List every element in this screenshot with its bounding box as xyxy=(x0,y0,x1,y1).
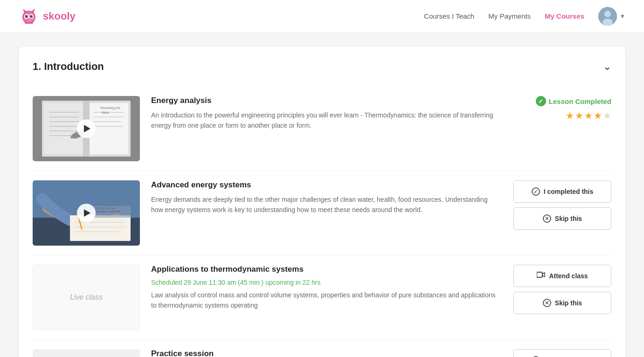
completed-label: Lesson Completed xyxy=(549,97,611,105)
svg-text:Mind: Mind xyxy=(102,111,109,114)
lesson-thumbnail xyxy=(33,349,140,357)
svg-point-12 xyxy=(32,18,35,20)
user-menu[interactable]: ▼ xyxy=(598,7,625,26)
lesson-schedule: Scheduled 29 June 11:30 am (45 min ) upc… xyxy=(151,279,498,286)
header: skooly Courses I Teach My Payments My Co… xyxy=(0,0,644,33)
lesson-title: Energy analysis xyxy=(151,96,498,105)
svg-point-6 xyxy=(25,15,28,18)
skip-btn-label: Skip this xyxy=(555,215,582,222)
check-circle-icon: ✓ xyxy=(532,187,540,196)
lesson-thumbnail: Renewing the Mind xyxy=(33,96,140,161)
lesson-thumbnail: Live class xyxy=(33,265,140,330)
star-3[interactable]: ★ xyxy=(584,110,593,121)
svg-rect-49 xyxy=(537,272,542,277)
main-nav: Courses I Teach My Payments My Courses ▼ xyxy=(424,7,625,26)
svg-point-16 xyxy=(604,11,611,17)
lesson-description: Energy demands are deeply tied to the ot… xyxy=(151,194,498,215)
lesson-thumbnail xyxy=(33,180,140,246)
svg-text:Renewing the: Renewing the xyxy=(100,106,120,110)
svg-point-7 xyxy=(30,15,33,18)
lesson-info: Applications to thermodynamic systems Sc… xyxy=(151,265,498,311)
svg-rect-44 xyxy=(101,207,104,209)
avatar xyxy=(598,7,617,26)
nav-courses-teach[interactable]: Courses I Teach xyxy=(424,12,474,20)
lesson-info: Advanced energy systems Energy demands a… xyxy=(151,180,498,215)
attend-btn-label: Attend class xyxy=(549,272,588,280)
lesson-title: Applications to thermodynamic systems xyxy=(151,265,498,274)
skip-button[interactable]: ✕ Skip this xyxy=(513,207,611,230)
svg-rect-48 xyxy=(109,211,120,213)
completed-button[interactable]: ✓ I completed this xyxy=(513,349,611,357)
star-4[interactable]: ★ xyxy=(594,110,602,121)
nav-my-courses[interactable]: My Courses xyxy=(545,12,584,20)
lesson-item: Renewing the Mind Energy analysis An int… xyxy=(33,87,611,171)
lesson-item: Advanced energy systems Energy demands a… xyxy=(33,171,611,255)
lesson-info: Energy analysis An introduction to the p… xyxy=(151,96,498,131)
lesson-description: An introduction to the powerful engineer… xyxy=(151,110,498,131)
lesson-title: Practice session xyxy=(151,349,498,357)
x-circle-icon: ✕ xyxy=(543,299,551,307)
svg-rect-45 xyxy=(106,207,110,209)
section-card: 1. Introduction ⌄ xyxy=(19,47,625,357)
svg-point-13 xyxy=(25,22,28,24)
attend-class-button[interactable]: Attend class xyxy=(513,265,611,287)
lesson-actions: Attend class ✕ Skip this xyxy=(509,265,611,314)
lesson-actions: ✓ Lesson Completed ★ ★ ★ ★ ★ xyxy=(509,96,611,121)
lesson-description: Law analysis of control mass and control… xyxy=(151,290,498,311)
play-button[interactable] xyxy=(77,204,96,222)
skip-btn-label: Skip this xyxy=(555,299,582,307)
owl-icon xyxy=(19,6,39,27)
play-icon xyxy=(84,209,90,217)
svg-rect-43 xyxy=(96,207,99,209)
play-button[interactable] xyxy=(77,119,96,138)
live-class-label: Live class xyxy=(70,293,103,302)
main-content: 1. Introduction ⌄ xyxy=(0,33,644,357)
svg-point-9 xyxy=(31,15,32,16)
star-rating: ★ ★ ★ ★ ★ xyxy=(566,110,611,121)
lesson-info: Practice session To practice your analyt… xyxy=(151,349,498,357)
chevron-down-icon: ▼ xyxy=(620,13,625,20)
section-collapse-button[interactable]: ⌄ xyxy=(603,61,611,73)
section-header: 1. Introduction ⌄ xyxy=(33,61,611,73)
completed-button[interactable]: ✓ I completed this xyxy=(513,180,611,203)
lesson-title: Advanced energy systems xyxy=(151,180,498,190)
avatar-image xyxy=(598,7,617,26)
completed-badge: ✓ Lesson Completed xyxy=(536,96,611,106)
logo[interactable]: skooly xyxy=(19,6,76,27)
x-circle-icon: ✕ xyxy=(543,214,551,223)
star-2[interactable]: ★ xyxy=(575,110,583,121)
lesson-actions: ✓ I completed this xyxy=(509,349,611,357)
completed-status: ✓ Lesson Completed ★ ★ ★ ★ ★ xyxy=(536,96,611,121)
star-1[interactable]: ★ xyxy=(566,110,574,121)
star-5[interactable]: ★ xyxy=(603,110,611,121)
svg-point-8 xyxy=(27,15,28,16)
svg-rect-46 xyxy=(111,207,115,209)
svg-point-14 xyxy=(29,22,33,24)
play-icon xyxy=(84,125,90,132)
lesson-item: Practice session To practice your analyt… xyxy=(33,340,611,357)
svg-point-11 xyxy=(23,18,26,20)
check-icon: ✓ xyxy=(536,96,546,106)
video-icon xyxy=(537,272,545,280)
completed-btn-label: I completed this xyxy=(544,188,594,195)
nav-my-payments[interactable]: My Payments xyxy=(488,12,531,20)
svg-rect-47 xyxy=(96,211,107,213)
logo-text: skooly xyxy=(43,10,76,22)
section-title: 1. Introduction xyxy=(33,61,104,73)
lesson-item: Live class Applications to thermodynamic… xyxy=(33,255,611,340)
lesson-actions: ✓ I completed this ✕ Skip this xyxy=(509,180,611,230)
skip-button[interactable]: ✕ Skip this xyxy=(513,292,611,314)
